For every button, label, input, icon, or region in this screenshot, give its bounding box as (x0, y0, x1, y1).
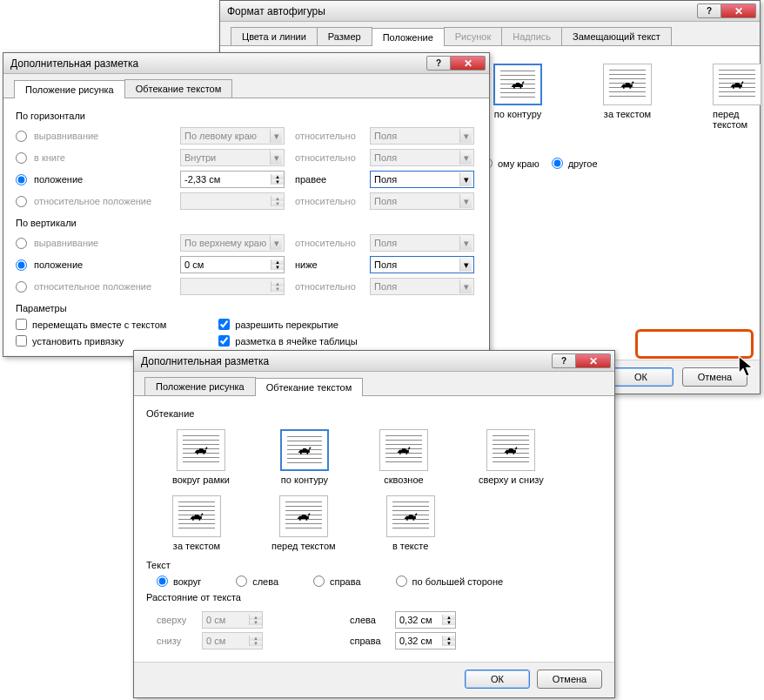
ok-button[interactable]: ОК (608, 367, 674, 387)
wrap-option-contour[interactable]: по контуру (493, 64, 542, 130)
group-vertical: По вертикали (16, 218, 477, 228)
radio-text-around[interactable]: вокруг (157, 575, 201, 587)
wrap-label: за текстом (604, 109, 651, 119)
tab-size[interactable]: Размер (317, 27, 372, 45)
advanced-layout-dialog-position: Дополнительная разметка ? ✕ Положение ри… (3, 52, 490, 357)
close-button[interactable]: ✕ (721, 3, 756, 18)
radio-h-book[interactable] (16, 152, 27, 164)
help-button[interactable]: ? (552, 353, 576, 368)
radio-h-align[interactable] (16, 131, 27, 142)
radio-h-relpos[interactable] (16, 196, 27, 207)
tab-position[interactable]: Положение (372, 28, 445, 46)
titlebar[interactable]: Дополнительная разметка ? ✕ (3, 53, 489, 74)
tab-picture-position[interactable]: Положение рисунка (144, 377, 256, 395)
wrap-square[interactable]: вокруг рамки (172, 429, 230, 485)
label-h-pos: положение (34, 174, 173, 185)
checkbox-move-with-text[interactable] (16, 319, 27, 330)
wrap-front[interactable]: перед текстом (271, 495, 336, 551)
label-dist-bottom: снизу (157, 636, 195, 646)
tab-alttext[interactable]: Замещающий текст (561, 27, 672, 45)
spinner-down-icon: ▼ (271, 286, 284, 292)
spinner-down-icon[interactable]: ▼ (271, 265, 284, 270)
tab-text-wrap[interactable]: Обтекание текстом (255, 378, 364, 396)
radio-text-left[interactable]: слева (236, 575, 278, 587)
dialog-title: Формат автофигуры (227, 5, 697, 17)
wrap-behind[interactable]: за текстом (172, 495, 221, 551)
close-button[interactable]: ✕ (576, 353, 611, 368)
input-v-relpos-value: ▲▼ (180, 278, 285, 295)
input-v-pos-value[interactable]: 0 см▲▼ (180, 256, 285, 273)
group-wrap: Обтекание (146, 408, 602, 419)
input-dist-left[interactable]: 0,32 см▲▼ (395, 611, 456, 629)
wrap-tight[interactable]: по контуру (280, 429, 329, 485)
combo-h-pos-rel[interactable]: Поля▾ (370, 171, 474, 188)
titlebar[interactable]: Формат автофигуры ? ✕ (220, 1, 760, 22)
spinner-down-icon[interactable]: ▼ (271, 179, 284, 185)
radio-text-right[interactable]: справа (313, 575, 361, 587)
combo-v-pos-rel[interactable]: Поля▾ (370, 256, 474, 273)
wrap-through[interactable]: сквозное (379, 429, 428, 485)
tab-colors[interactable]: Цвета и линии (231, 27, 318, 45)
checkbox-overlap[interactable] (218, 319, 230, 330)
radio-v-align[interactable] (16, 238, 27, 249)
chevron-down-icon[interactable]: ▾ (459, 258, 472, 272)
group-params: Параметры (16, 303, 477, 313)
checkbox-anchor[interactable] (16, 335, 27, 347)
dog-icon (295, 510, 312, 522)
radio-text-largest[interactable]: по большей стороне (396, 575, 504, 587)
tab-text-wrap[interactable]: Обтекание текстом (124, 79, 233, 98)
titlebar[interactable]: Дополнительная разметка ? ✕ (134, 351, 614, 372)
radio-other[interactable]: другое (552, 158, 598, 169)
cancel-button[interactable]: Отмена (682, 367, 747, 387)
combo-h-book-value: Внутри▾ (180, 149, 285, 166)
ok-button[interactable]: ОК (465, 670, 530, 689)
chevron-down-icon: ▾ (270, 129, 282, 143)
input-h-relpos-value: ▲▼ (180, 192, 285, 210)
checkbox-cell-layout[interactable] (218, 335, 230, 347)
label-below: ниже (292, 259, 363, 270)
radio-input[interactable] (552, 158, 563, 169)
label-relative: относительно (292, 196, 363, 206)
dog-icon (188, 510, 205, 522)
spinner-down-icon[interactable]: ▼ (443, 641, 455, 646)
radio-v-pos[interactable] (16, 259, 27, 271)
radio-v-relpos[interactable] (16, 281, 27, 293)
spinner-down-icon[interactable]: ▼ (443, 620, 455, 625)
dog-icon (402, 510, 419, 522)
dog-icon (192, 444, 210, 456)
dog-icon (509, 78, 526, 91)
cancel-button[interactable]: Отмена (537, 670, 602, 689)
wrap-option-front[interactable]: перед текстом (713, 64, 761, 130)
close-button[interactable]: ✕ (451, 56, 486, 71)
help-button[interactable]: ? (426, 56, 451, 71)
combo-h-book-rel: Поля▾ (370, 149, 474, 166)
tab-picture-position[interactable]: Положение рисунка (14, 80, 125, 98)
wrap-label: перед текстом (713, 109, 761, 130)
tab-caption: Надпись (501, 27, 562, 45)
chevron-down-icon: ▾ (459, 279, 472, 293)
input-h-pos-value[interactable]: -2,33 см▲▼ (180, 171, 285, 188)
wrap-inline[interactable]: в тексте (386, 495, 435, 551)
chevron-down-icon: ▾ (459, 129, 472, 143)
wrap-label: по контуру (494, 109, 541, 119)
chevron-down-icon: ▾ (270, 236, 282, 250)
chevron-down-icon: ▾ (459, 151, 472, 165)
input-dist-right[interactable]: 0,32 см▲▼ (395, 632, 456, 650)
label-dist-right: справа (350, 636, 388, 646)
radio-left-edge[interactable]: ому краю (481, 158, 539, 169)
input-dist-top: 0 см▲▼ (202, 611, 263, 629)
help-button[interactable]: ? (697, 3, 721, 18)
tab-picture: Рисунок (444, 27, 503, 45)
wrap-option-behind[interactable]: за текстом (603, 64, 652, 130)
chevron-down-icon[interactable]: ▾ (459, 172, 472, 186)
wrap-topbottom[interactable]: сверху и снизу (479, 429, 544, 485)
combo-h-align-rel: Поля▾ (370, 127, 474, 145)
spinner-down-icon: ▼ (250, 641, 262, 646)
advanced-layout-dialog-wrap: Дополнительная разметка ? ✕ Положение ри… (133, 350, 615, 698)
label-h-book: в книге (34, 152, 173, 163)
radio-h-pos[interactable] (16, 174, 27, 185)
input-dist-bottom: 0 см▲▼ (202, 632, 263, 650)
group-distance: Расстояние от текста (146, 592, 602, 602)
group-horizontal: По горизонтали (16, 111, 477, 121)
dog-icon (728, 78, 746, 91)
